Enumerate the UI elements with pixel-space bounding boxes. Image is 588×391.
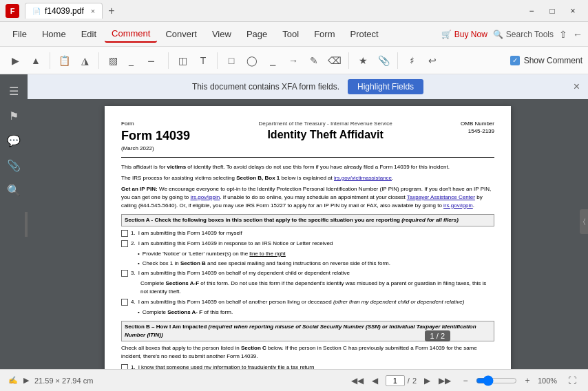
sidebar-pages-button[interactable]: ☰: [3, 80, 25, 102]
show-comment-toggle[interactable]: ✓ Show Comment: [510, 56, 582, 65]
stamp-button[interactable]: ★: [353, 51, 372, 70]
form-main-title: Identity Theft Affidavit: [258, 127, 392, 142]
buy-now-button[interactable]: 🛒 Buy Now: [441, 30, 487, 39]
area-button[interactable]: ↩: [423, 51, 442, 70]
sidebar-comments-button[interactable]: 💬: [3, 129, 25, 151]
section-a-item-4: 4. I am submitting this Form 14039 on be…: [121, 298, 494, 306]
next-page-button[interactable]: ▶: [419, 373, 434, 388]
xfa-message: This document contains XFA form fields.: [192, 82, 339, 92]
menu-file[interactable]: File: [6, 26, 34, 42]
item-a2-num: 2.: [131, 240, 136, 248]
rectangle-button[interactable]: □: [222, 51, 241, 70]
bullet-a2-1: • Provide 'Notice' or 'Letter' number(s)…: [138, 250, 494, 258]
callout-button[interactable]: ◮: [75, 51, 94, 70]
sidebar-bookmarks-button[interactable]: ⚑: [3, 105, 25, 127]
app-logo: F: [6, 4, 19, 18]
form-number: Form 14039: [121, 127, 190, 145]
prev-page-button[interactable]: ◀: [368, 373, 383, 388]
page-input[interactable]: [386, 375, 405, 386]
strikeout-button[interactable]: ̶: [145, 51, 164, 70]
xfa-close-button[interactable]: ×: [574, 81, 580, 93]
section-a-item-2: 2. I am submitting this Form 14039 in re…: [121, 240, 494, 248]
measure-button[interactable]: ♯: [402, 51, 421, 70]
arrow-button[interactable]: →: [284, 51, 303, 70]
text-box-button[interactable]: ◫: [173, 51, 192, 70]
sidebar-attachments-button[interactable]: 📎: [3, 154, 25, 176]
zoom-slider[interactable]: [476, 375, 517, 386]
close-button[interactable]: ×: [563, 4, 582, 18]
item-b1-text: I know that someone used my information …: [138, 363, 315, 369]
pdf-icon: 📄: [32, 8, 41, 15]
item-a2-text: I am submitting this Form 14039 in respo…: [138, 240, 333, 248]
sidebar-search-button[interactable]: 🔍: [3, 179, 25, 201]
cart-icon: 🛒: [441, 30, 452, 39]
checkbox-a4[interactable]: [121, 299, 128, 306]
new-tab-button[interactable]: +: [103, 2, 120, 20]
last-page-button[interactable]: ▶▶: [437, 373, 452, 388]
bullet-a2-2: • Check box 1 in Section B and see speci…: [138, 260, 494, 268]
victim-assistance-link[interactable]: irs.gov/victimassistance: [334, 175, 392, 181]
statusbar: ✍ ▶ 21.59 × 27.94 cm ◀◀ ◀ / 2 ▶ ▶▶ − + 1…: [0, 369, 588, 391]
form-header: Form Form 14039 (March 2022) Department …: [121, 120, 494, 158]
ippin-link-2[interactable]: irs.gov/ippin: [443, 202, 473, 209]
right-panel-collapse-button[interactable]: 〈: [580, 209, 588, 234]
tap-link[interactable]: Taxpayer Assistance Center: [407, 194, 475, 200]
highlight-fields-button[interactable]: Highlight Fields: [348, 79, 423, 94]
form-label: Form: [121, 120, 190, 127]
circle-button[interactable]: ◯: [242, 51, 262, 70]
tab-filename: f14039.pdf: [45, 6, 84, 16]
menu-home[interactable]: Home: [35, 26, 73, 42]
menu-protect[interactable]: Protect: [343, 26, 385, 42]
zoom-level-label: 100%: [538, 377, 562, 385]
omb-label: OMB Number: [461, 120, 494, 127]
toolbar-separator-4: [217, 52, 218, 69]
menu-convert[interactable]: Convert: [158, 26, 204, 42]
attach-button[interactable]: 📎: [374, 51, 393, 70]
hand-tool-icon[interactable]: ✍: [8, 376, 18, 385]
checkbox-a3[interactable]: [121, 270, 128, 277]
section-b-intro: Check all boxes that apply to the person…: [121, 344, 494, 361]
titlebar: F 📄 f14039.pdf × + − □ ×: [0, 0, 588, 22]
buy-now-label: Buy Now: [454, 30, 487, 39]
menu-view[interactable]: View: [205, 26, 238, 42]
section-a-header: Section A - Check the following boxes in…: [121, 214, 494, 226]
checkbox-a1[interactable]: [121, 230, 128, 237]
omb-block: OMB Number 1545-2139: [461, 120, 494, 135]
ippin-link-1[interactable]: irs.gov/ippin: [191, 194, 220, 200]
checkbox-a2[interactable]: [121, 240, 128, 247]
ip-pin-text: Get an IP PIN: We encourage everyone to …: [121, 185, 494, 210]
line-button[interactable]: ⎯: [263, 51, 282, 70]
cursor-tool-button[interactable]: ▶: [6, 51, 25, 70]
checkbox-b1[interactable]: [121, 364, 128, 369]
minimize-button[interactable]: −: [522, 4, 541, 18]
item-a3-text: I am submitting this Form 14039 on behal…: [138, 269, 350, 277]
tab-close-button[interactable]: ×: [91, 7, 95, 15]
menu-tool[interactable]: Tool: [275, 26, 306, 42]
zoom-in-button[interactable]: +: [520, 373, 535, 388]
fit-page-button[interactable]: ⛶: [565, 373, 580, 388]
menu-search-tools[interactable]: 🔍 Search Tools: [493, 30, 554, 39]
menu-comment[interactable]: Comment: [105, 25, 157, 43]
menu-page[interactable]: Page: [240, 26, 274, 42]
first-page-button[interactable]: ◀◀: [350, 373, 365, 388]
toolbar-separator-2: [98, 52, 99, 69]
back-icon[interactable]: ←: [573, 29, 582, 40]
select-tool-status-icon[interactable]: ▶: [23, 376, 29, 385]
sticky-note-button[interactable]: 📋: [54, 51, 74, 70]
eraser-button[interactable]: ⌫: [325, 51, 344, 70]
show-comment-checkbox[interactable]: ✓: [510, 56, 520, 65]
pdf-scroll-area[interactable]: Form Form 14039 (March 2022) Department …: [28, 99, 588, 369]
share-icon[interactable]: ⇧: [559, 29, 567, 40]
main-area: ☰ ⚑ 💬 📎 🔍 〉 This document contains XFA f…: [0, 74, 588, 369]
show-comment-label: Show Comment: [524, 56, 582, 65]
menu-form[interactable]: Form: [307, 26, 342, 42]
select-tool-button[interactable]: ▲: [26, 51, 45, 70]
active-tab[interactable]: 📄 f14039.pdf ×: [25, 3, 103, 19]
menu-edit[interactable]: Edit: [74, 26, 103, 42]
maximize-button[interactable]: □: [543, 4, 562, 18]
zoom-out-button[interactable]: −: [458, 373, 473, 388]
textfield-button[interactable]: T: [193, 51, 213, 70]
pen-button[interactable]: ✎: [304, 51, 324, 70]
highlight-button[interactable]: ▧: [103, 51, 123, 70]
underline-button[interactable]: ̲: [124, 51, 143, 70]
